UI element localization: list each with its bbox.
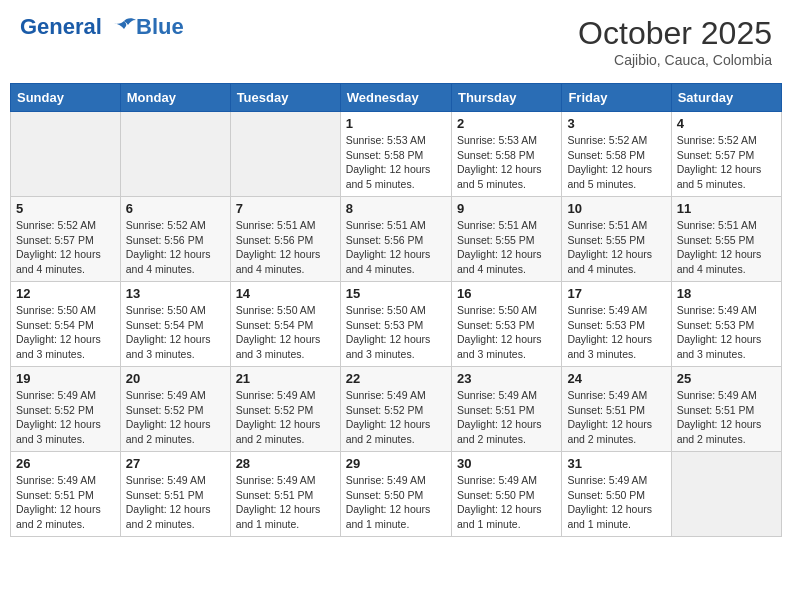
day-info: Sunrise: 5:49 AM Sunset: 5:52 PM Dayligh… [126, 388, 225, 447]
day-info: Sunrise: 5:51 AM Sunset: 5:55 PM Dayligh… [567, 218, 665, 277]
day-number: 26 [16, 456, 115, 471]
day-number: 4 [677, 116, 776, 131]
logo-bird-icon [110, 17, 138, 39]
calendar-week-row: 19Sunrise: 5:49 AM Sunset: 5:52 PM Dayli… [11, 367, 782, 452]
day-info: Sunrise: 5:49 AM Sunset: 5:50 PM Dayligh… [567, 473, 665, 532]
weekday-header-thursday: Thursday [451, 84, 561, 112]
day-number: 29 [346, 456, 446, 471]
day-number: 22 [346, 371, 446, 386]
day-info: Sunrise: 5:49 AM Sunset: 5:52 PM Dayligh… [236, 388, 335, 447]
day-number: 12 [16, 286, 115, 301]
day-number: 23 [457, 371, 556, 386]
page-header: General Blue October 2025 Cajibio, Cauca… [10, 10, 782, 73]
calendar-cell: 30Sunrise: 5:49 AM Sunset: 5:50 PM Dayli… [451, 452, 561, 537]
calendar-cell [671, 452, 781, 537]
day-info: Sunrise: 5:49 AM Sunset: 5:51 PM Dayligh… [677, 388, 776, 447]
day-number: 28 [236, 456, 335, 471]
calendar-cell [230, 112, 340, 197]
day-number: 20 [126, 371, 225, 386]
day-info: Sunrise: 5:52 AM Sunset: 5:57 PM Dayligh… [677, 133, 776, 192]
day-number: 3 [567, 116, 665, 131]
day-number: 7 [236, 201, 335, 216]
location: Cajibio, Cauca, Colombia [578, 52, 772, 68]
calendar-cell: 16Sunrise: 5:50 AM Sunset: 5:53 PM Dayli… [451, 282, 561, 367]
calendar-cell: 29Sunrise: 5:49 AM Sunset: 5:50 PM Dayli… [340, 452, 451, 537]
day-info: Sunrise: 5:49 AM Sunset: 5:51 PM Dayligh… [236, 473, 335, 532]
day-info: Sunrise: 5:52 AM Sunset: 5:58 PM Dayligh… [567, 133, 665, 192]
calendar-cell: 18Sunrise: 5:49 AM Sunset: 5:53 PM Dayli… [671, 282, 781, 367]
day-info: Sunrise: 5:52 AM Sunset: 5:57 PM Dayligh… [16, 218, 115, 277]
day-number: 10 [567, 201, 665, 216]
day-number: 13 [126, 286, 225, 301]
day-number: 27 [126, 456, 225, 471]
calendar-cell: 28Sunrise: 5:49 AM Sunset: 5:51 PM Dayli… [230, 452, 340, 537]
day-info: Sunrise: 5:49 AM Sunset: 5:53 PM Dayligh… [677, 303, 776, 362]
day-info: Sunrise: 5:50 AM Sunset: 5:54 PM Dayligh… [126, 303, 225, 362]
calendar-cell: 3Sunrise: 5:52 AM Sunset: 5:58 PM Daylig… [562, 112, 671, 197]
day-number: 5 [16, 201, 115, 216]
calendar-cell: 6Sunrise: 5:52 AM Sunset: 5:56 PM Daylig… [120, 197, 230, 282]
day-number: 6 [126, 201, 225, 216]
calendar-cell: 14Sunrise: 5:50 AM Sunset: 5:54 PM Dayli… [230, 282, 340, 367]
calendar-cell [11, 112, 121, 197]
calendar-cell: 24Sunrise: 5:49 AM Sunset: 5:51 PM Dayli… [562, 367, 671, 452]
day-info: Sunrise: 5:50 AM Sunset: 5:53 PM Dayligh… [346, 303, 446, 362]
day-number: 21 [236, 371, 335, 386]
calendar-cell: 5Sunrise: 5:52 AM Sunset: 5:57 PM Daylig… [11, 197, 121, 282]
day-number: 11 [677, 201, 776, 216]
calendar-week-row: 26Sunrise: 5:49 AM Sunset: 5:51 PM Dayli… [11, 452, 782, 537]
weekday-header-wednesday: Wednesday [340, 84, 451, 112]
calendar-cell: 17Sunrise: 5:49 AM Sunset: 5:53 PM Dayli… [562, 282, 671, 367]
calendar-cell: 31Sunrise: 5:49 AM Sunset: 5:50 PM Dayli… [562, 452, 671, 537]
calendar-week-row: 5Sunrise: 5:52 AM Sunset: 5:57 PM Daylig… [11, 197, 782, 282]
weekday-header-monday: Monday [120, 84, 230, 112]
day-number: 2 [457, 116, 556, 131]
weekday-header-tuesday: Tuesday [230, 84, 340, 112]
calendar-week-row: 1Sunrise: 5:53 AM Sunset: 5:58 PM Daylig… [11, 112, 782, 197]
day-info: Sunrise: 5:52 AM Sunset: 5:56 PM Dayligh… [126, 218, 225, 277]
calendar-cell: 2Sunrise: 5:53 AM Sunset: 5:58 PM Daylig… [451, 112, 561, 197]
weekday-header-friday: Friday [562, 84, 671, 112]
day-info: Sunrise: 5:51 AM Sunset: 5:55 PM Dayligh… [457, 218, 556, 277]
day-info: Sunrise: 5:50 AM Sunset: 5:53 PM Dayligh… [457, 303, 556, 362]
weekday-header-row: SundayMondayTuesdayWednesdayThursdayFrid… [11, 84, 782, 112]
calendar-cell: 20Sunrise: 5:49 AM Sunset: 5:52 PM Dayli… [120, 367, 230, 452]
day-info: Sunrise: 5:49 AM Sunset: 5:50 PM Dayligh… [346, 473, 446, 532]
logo: General Blue [20, 15, 184, 39]
calendar-cell: 12Sunrise: 5:50 AM Sunset: 5:54 PM Dayli… [11, 282, 121, 367]
day-number: 19 [16, 371, 115, 386]
day-info: Sunrise: 5:53 AM Sunset: 5:58 PM Dayligh… [457, 133, 556, 192]
day-info: Sunrise: 5:50 AM Sunset: 5:54 PM Dayligh… [236, 303, 335, 362]
day-number: 1 [346, 116, 446, 131]
day-info: Sunrise: 5:51 AM Sunset: 5:56 PM Dayligh… [346, 218, 446, 277]
day-number: 25 [677, 371, 776, 386]
day-info: Sunrise: 5:49 AM Sunset: 5:52 PM Dayligh… [16, 388, 115, 447]
day-number: 18 [677, 286, 776, 301]
calendar-cell: 27Sunrise: 5:49 AM Sunset: 5:51 PM Dayli… [120, 452, 230, 537]
calendar-cell [120, 112, 230, 197]
weekday-header-saturday: Saturday [671, 84, 781, 112]
day-info: Sunrise: 5:49 AM Sunset: 5:53 PM Dayligh… [567, 303, 665, 362]
calendar-cell: 23Sunrise: 5:49 AM Sunset: 5:51 PM Dayli… [451, 367, 561, 452]
day-info: Sunrise: 5:50 AM Sunset: 5:54 PM Dayligh… [16, 303, 115, 362]
calendar-cell: 8Sunrise: 5:51 AM Sunset: 5:56 PM Daylig… [340, 197, 451, 282]
calendar-cell: 11Sunrise: 5:51 AM Sunset: 5:55 PM Dayli… [671, 197, 781, 282]
calendar-cell: 22Sunrise: 5:49 AM Sunset: 5:52 PM Dayli… [340, 367, 451, 452]
logo-text: General [20, 15, 138, 39]
calendar-cell: 26Sunrise: 5:49 AM Sunset: 5:51 PM Dayli… [11, 452, 121, 537]
calendar-cell: 1Sunrise: 5:53 AM Sunset: 5:58 PM Daylig… [340, 112, 451, 197]
day-info: Sunrise: 5:49 AM Sunset: 5:52 PM Dayligh… [346, 388, 446, 447]
calendar-cell: 21Sunrise: 5:49 AM Sunset: 5:52 PM Dayli… [230, 367, 340, 452]
day-number: 30 [457, 456, 556, 471]
calendar-cell: 15Sunrise: 5:50 AM Sunset: 5:53 PM Dayli… [340, 282, 451, 367]
day-number: 8 [346, 201, 446, 216]
day-info: Sunrise: 5:49 AM Sunset: 5:51 PM Dayligh… [457, 388, 556, 447]
day-info: Sunrise: 5:49 AM Sunset: 5:50 PM Dayligh… [457, 473, 556, 532]
day-info: Sunrise: 5:51 AM Sunset: 5:55 PM Dayligh… [677, 218, 776, 277]
day-info: Sunrise: 5:49 AM Sunset: 5:51 PM Dayligh… [126, 473, 225, 532]
calendar-cell: 7Sunrise: 5:51 AM Sunset: 5:56 PM Daylig… [230, 197, 340, 282]
month-title: October 2025 [578, 15, 772, 52]
weekday-header-sunday: Sunday [11, 84, 121, 112]
calendar-cell: 9Sunrise: 5:51 AM Sunset: 5:55 PM Daylig… [451, 197, 561, 282]
title-block: October 2025 Cajibio, Cauca, Colombia [578, 15, 772, 68]
